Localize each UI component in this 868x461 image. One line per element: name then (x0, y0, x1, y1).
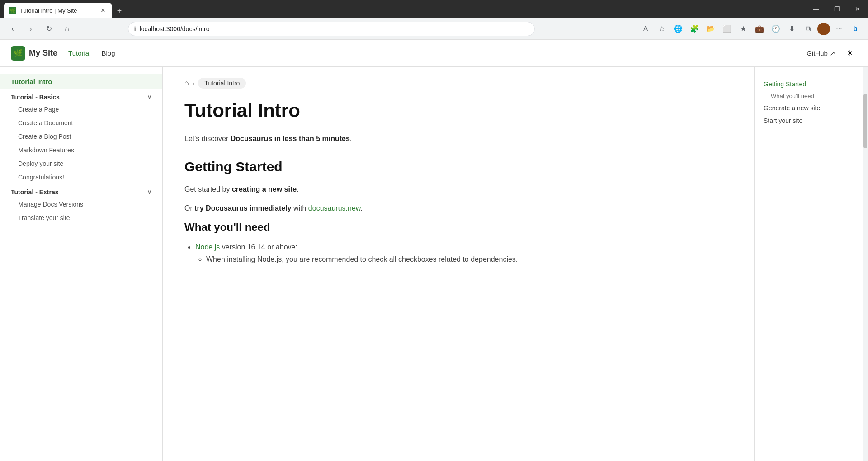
minimize-button[interactable]: — (806, 0, 826, 18)
nav-right-controls: A ☆ 🌐 🧩 📂 ⬜ ★ 💼 🕐 ⬇ ⧉ ··· b (638, 22, 863, 36)
breadcrumb-separator: › (193, 80, 195, 87)
page-wrapper: 🌿 My Site Tutorial Blog GitHub ↗ ☀ Tutor… (0, 40, 868, 461)
site-logo[interactable]: 🌿 My Site (11, 46, 57, 61)
nav-blog[interactable]: Blog (102, 49, 115, 57)
tab-favicon: 🌿 (9, 7, 16, 14)
sidebar-item-translate[interactable]: Translate your site (0, 211, 162, 225)
nodejs-requirement: Node.js version 16.14 or above: When ins… (195, 241, 732, 265)
sidebar-section-basics[interactable]: Tutorial - Basics ∨ (0, 89, 162, 103)
sidebar-section-extras[interactable]: Tutorial - Extras ∨ (0, 184, 162, 198)
back-button[interactable]: ‹ (5, 22, 20, 36)
more-menu-button[interactable]: ··· (832, 22, 846, 36)
sidebar-item-tutorial-intro[interactable]: Tutorial Intro (0, 74, 162, 89)
content-area: ⌂ › Tutorial Intro Tutorial Intro Let's … (163, 67, 754, 461)
close-button[interactable]: ✕ (847, 0, 868, 18)
bookmark-button[interactable]: ☆ (655, 22, 669, 36)
forward-button[interactable]: › (24, 22, 38, 36)
main-layout: Tutorial Intro Tutorial - Basics ∨ Creat… (0, 67, 868, 461)
sidebar-item-congratulations[interactable]: Congratulations! (0, 170, 162, 184)
security-icon: ℹ (134, 25, 136, 33)
sidebar-item-create-document[interactable]: Create a Document (0, 116, 162, 130)
article-intro: Let's discover Docusaurus in less than 5… (184, 133, 732, 145)
edge-button[interactable]: b (848, 22, 863, 36)
getting-started-heading: Getting Started (184, 159, 732, 174)
scrollbar-thumb[interactable] (863, 94, 867, 148)
navigation-bar: ‹ › ↻ ⌂ ℹ localhost:3000/docs/intro A ☆ … (0, 18, 868, 40)
logo-icon: 🌿 (11, 46, 25, 61)
breadcrumb: ⌂ › Tutorial Intro (184, 78, 732, 89)
breadcrumb-current: Tutorial Intro (198, 78, 246, 89)
address-bar[interactable]: ℹ localhost:3000/docs/intro (128, 22, 535, 36)
toc-panel: Getting Started What you'll need Generat… (754, 67, 863, 461)
sidebar-item-markdown-features[interactable]: Markdown Features (0, 143, 162, 157)
docusaurus-new-link[interactable]: docusaurus.new (308, 204, 361, 212)
history-button[interactable]: 🕐 (769, 22, 783, 36)
maximize-button[interactable]: ❐ (826, 0, 847, 18)
article-title: Tutorial Intro (184, 99, 732, 122)
chevron-down-icon-extras: ∨ (147, 189, 151, 195)
nav-tutorial[interactable]: Tutorial (68, 49, 90, 57)
sidebar: Tutorial Intro Tutorial - Basics ∨ Creat… (0, 67, 163, 461)
collections-button[interactable]: 📂 (703, 22, 718, 36)
translate-button[interactable]: A (638, 22, 653, 36)
nodejs-note: When installing Node.js, you are recomme… (206, 253, 732, 265)
what-youll-need-heading: What you'll need (184, 221, 732, 234)
site-header: 🌿 My Site Tutorial Blog GitHub ↗ ☀ (0, 40, 868, 67)
github-link[interactable]: GitHub ↗ (807, 49, 835, 57)
url-display: localhost:3000/docs/intro (140, 25, 529, 33)
sidebar-item-deploy-site[interactable]: Deploy your site (0, 157, 162, 170)
browser-icon[interactable]: 🌐 (671, 22, 685, 36)
profile-avatar[interactable] (817, 23, 830, 35)
nodejs-link[interactable]: Node.js (195, 243, 220, 251)
reload-button[interactable]: ↻ (42, 22, 56, 36)
toc-getting-started[interactable]: Getting Started (764, 78, 854, 90)
toc-generate-site[interactable]: Generate a new site (764, 102, 854, 114)
favorites-button[interactable]: ★ (736, 22, 750, 36)
home-button[interactable]: ⌂ (60, 22, 74, 36)
split-screen-button[interactable]: ⧉ (801, 22, 816, 36)
breadcrumb-home-icon[interactable]: ⌂ (184, 79, 189, 87)
theme-toggle-button[interactable]: ☀ (843, 46, 857, 61)
chevron-down-icon: ∨ (147, 94, 151, 100)
scrollbar[interactable] (863, 67, 868, 461)
tab-close-button[interactable]: ✕ (99, 6, 107, 15)
getting-started-para-2: Or try Docusaurus immediately with docus… (184, 202, 732, 214)
extensions-button[interactable]: 🧩 (687, 22, 702, 36)
sidebar-item-create-blog-post[interactable]: Create a Blog Post (0, 130, 162, 143)
site-nav: Tutorial Blog (68, 49, 115, 57)
sidebar-item-manage-docs[interactable]: Manage Docs Versions (0, 198, 162, 211)
sidebar-item-create-page[interactable]: Create a Page (0, 103, 162, 116)
site-name: My Site (29, 48, 57, 58)
nodejs-sub-list: When installing Node.js, you are recomme… (206, 253, 732, 265)
active-tab[interactable]: 🌿 Tutorial Intro | My Site ✕ (4, 3, 112, 18)
getting-started-para-1: Get started by creating a new site. (184, 183, 732, 195)
toc-start-site[interactable]: Start your site (764, 114, 854, 127)
toc-what-youll-need[interactable]: What you'll need (764, 90, 854, 102)
new-tab-button[interactable]: + (112, 4, 127, 18)
requirements-list: Node.js version 16.14 or above: When ins… (195, 241, 732, 265)
header-right: GitHub ↗ ☀ (807, 46, 857, 61)
title-bar: 🌿 Tutorial Intro | My Site ✕ + — ❐ ✕ (0, 0, 868, 18)
sidebar-button[interactable]: ⬜ (720, 22, 734, 36)
download-button[interactable]: ⬇ (785, 22, 799, 36)
window-controls: — ❐ ✕ (806, 0, 868, 18)
tab-title: Tutorial Intro | My Site (20, 7, 96, 14)
browser-window: 🌿 Tutorial Intro | My Site ✕ + — ❐ ✕ ‹ ›… (0, 0, 868, 461)
wallet-button[interactable]: 💼 (752, 22, 767, 36)
